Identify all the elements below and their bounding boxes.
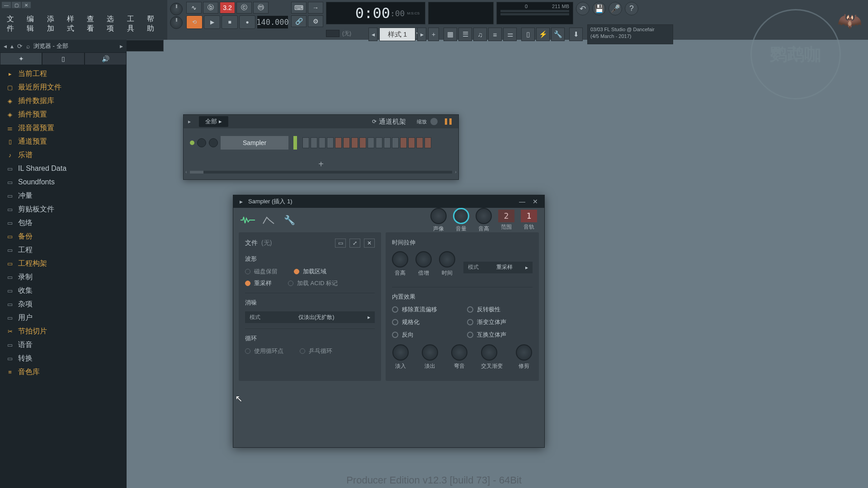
step-10[interactable]	[376, 137, 382, 148]
pattern-add[interactable]: +	[428, 28, 439, 41]
browser-item-21[interactable]: ▭转换	[0, 352, 127, 365]
time-display[interactable]: 0:00:00 M:S:CS	[326, 2, 425, 24]
channelrack-btn[interactable]: ≡	[488, 28, 502, 41]
file-browse-icon[interactable]: ▭	[335, 239, 346, 248]
snap-btn[interactable]: ∿	[186, 2, 202, 14]
tempo-display[interactable]: 140.000	[257, 15, 288, 29]
file-clear-icon[interactable]: ✕	[364, 239, 375, 248]
step-13[interactable]	[400, 137, 407, 148]
browser-item-5[interactable]: ▯通道预置	[0, 135, 127, 148]
undo-btn[interactable]: ↶	[576, 2, 590, 15]
menu-tools[interactable]: 工具	[126, 14, 142, 34]
check-rev-polarity[interactable]: 反转极性	[467, 305, 533, 314]
check-swap-stereo[interactable]: 互换立体声	[467, 331, 533, 339]
stretch-mul-knob[interactable]	[415, 251, 432, 267]
cpu-box[interactable]: 0211 MB	[496, 2, 573, 24]
pogo-knob[interactable]	[451, 344, 467, 361]
step-7[interactable]	[351, 137, 358, 148]
pattern-name[interactable]: 样式 1	[379, 28, 415, 41]
radio-load-regions[interactable]: 加载区域	[294, 267, 326, 276]
check-reverse[interactable]: 反向	[392, 331, 458, 339]
fadeout-knob[interactable]	[422, 344, 438, 361]
browser-item-18[interactable]: ▭用户	[0, 311, 127, 324]
step-2[interactable]	[311, 137, 317, 148]
render-btn[interactable]: 🎤	[609, 2, 622, 15]
browser-more[interactable]: ▸	[120, 42, 123, 50]
help-btn[interactable]: ?	[625, 2, 638, 15]
radio-threading[interactable]: 磁盘保留	[245, 267, 278, 276]
radio-resample[interactable]: 重采样	[245, 279, 272, 287]
browser-item-7[interactable]: ▭IL Shared Data	[0, 162, 127, 175]
pattern-prev[interactable]: ◂	[368, 28, 377, 41]
tool-btn[interactable]: 🔧	[551, 28, 565, 41]
news-panel[interactable]: 03/03 FL Studio @ Dancefair (4/5 March -…	[587, 24, 673, 44]
check-fade-stereo[interactable]: 渐变立体声	[467, 318, 533, 326]
main-volume-knob[interactable]	[170, 3, 183, 15]
sampler-menu[interactable]: ▸	[238, 198, 245, 205]
browser-item-16[interactable]: ▭收集	[0, 284, 127, 297]
crossfade-knob[interactable]	[481, 344, 497, 361]
plugin-btn[interactable]: ⚡	[536, 28, 550, 41]
browser-item-12[interactable]: ▭备份	[0, 230, 127, 243]
sampler-minimize[interactable]: —	[517, 198, 527, 205]
browser-item-8[interactable]: ▭Soundfonts	[0, 175, 127, 189]
channel-pan[interactable]	[197, 138, 206, 147]
keyboard-btn[interactable]: ⌨	[291, 2, 307, 14]
chrack-grid-icon[interactable]	[445, 118, 454, 125]
browser-item-0[interactable]: ▸当前工程	[0, 67, 127, 80]
step-12[interactable]	[392, 137, 399, 148]
browser-item-17[interactable]: ▭杂项	[0, 297, 127, 311]
browser-item-15[interactable]: ▭录制	[0, 270, 127, 284]
browser-item-19[interactable]: ✂节拍切片	[0, 324, 127, 338]
beat-btn[interactable]: ⓑ	[203, 2, 218, 14]
browser-item-6[interactable]: ♪乐谱	[0, 148, 127, 162]
play-btn[interactable]: ▶	[204, 15, 220, 29]
metronome-btn[interactable]: ⓜ	[253, 2, 269, 14]
options-btn[interactable]: ⚙	[308, 15, 323, 27]
browser-back[interactable]: ◂	[4, 42, 7, 50]
chrack-scrollbar[interactable]: ‹›	[190, 171, 452, 174]
radio-use-loop[interactable]: 使用循环点	[245, 347, 283, 355]
sampler-pan-knob[interactable]	[430, 208, 447, 224]
chrack-menu[interactable]: ▸	[188, 118, 191, 125]
sampler-close[interactable]: ✕	[531, 198, 540, 205]
stretch-mode-dropdown[interactable]: 模式重采样▸	[463, 262, 533, 273]
menu-file[interactable]: 文件	[5, 14, 22, 34]
channel-vol[interactable]	[209, 138, 218, 147]
browser-search[interactable]: ⌕	[26, 42, 30, 50]
loop-btn[interactable]: ⟲	[186, 15, 203, 29]
save-btn[interactable]: 💾	[592, 2, 606, 15]
close-btn[interactable]: ✕	[22, 2, 31, 8]
menu-add[interactable]: 添加	[46, 14, 62, 34]
sampler-tab-wave[interactable]	[241, 213, 255, 227]
minimize-btn[interactable]: —	[2, 2, 11, 8]
step-8[interactable]	[359, 137, 366, 148]
menu-view[interactable]: 查看	[85, 14, 102, 34]
browser-item-14[interactable]: ▭工程构架	[0, 257, 127, 270]
sampler-tab-env[interactable]	[261, 213, 276, 227]
menu-help[interactable]: 帮助	[146, 14, 162, 34]
browser-tab-folder[interactable]: ▯	[42, 52, 84, 65]
browser-item-11[interactable]: ▭包络	[0, 216, 127, 230]
browser-btn[interactable]: ▯	[521, 28, 535, 41]
sampler-range[interactable]: 2	[498, 210, 514, 222]
trim-knob[interactable]	[516, 344, 532, 361]
step-15[interactable]	[416, 137, 423, 148]
browser-tab-sound[interactable]: 🔊	[85, 52, 127, 65]
browser-item-13[interactable]: ▭工程	[0, 243, 127, 257]
browser-item-10[interactable]: ▭剪贴板文件	[0, 202, 127, 216]
channel-select[interactable]	[293, 136, 297, 150]
browser-item-1[interactable]: ▢最近所用文件	[0, 80, 127, 94]
mixer-btn[interactable]: ⚌	[503, 28, 517, 41]
colorbox[interactable]	[326, 30, 340, 37]
stop-btn[interactable]: ■	[222, 15, 238, 29]
pattern-next[interactable]: ▸	[417, 28, 426, 41]
step-9[interactable]	[368, 137, 374, 148]
playlist-btn[interactable]: ▦	[443, 28, 457, 41]
browser-tab-star[interactable]: ✦	[0, 52, 42, 65]
chrack-add[interactable]: +	[184, 159, 458, 169]
menu-edit[interactable]: 编辑	[25, 14, 42, 34]
browser-item-3[interactable]: ◈插件预置	[0, 108, 127, 121]
browser-item-22[interactable]: ≡音色库	[0, 365, 127, 379]
step-3[interactable]	[319, 137, 326, 148]
